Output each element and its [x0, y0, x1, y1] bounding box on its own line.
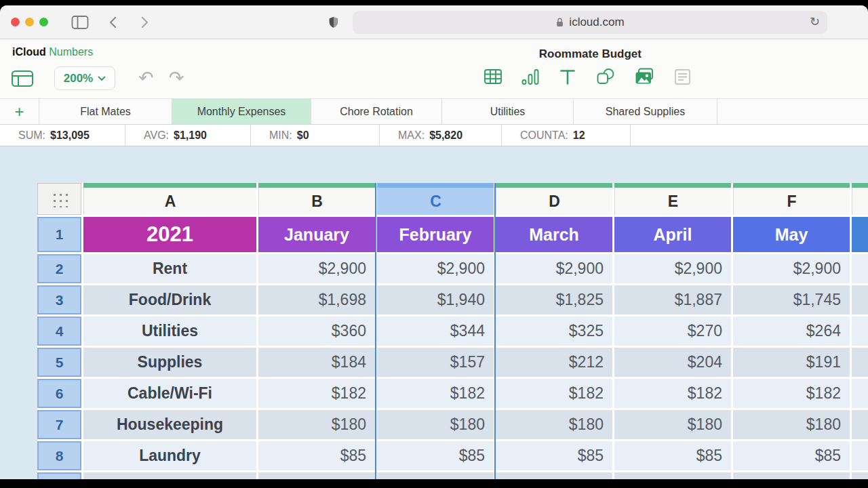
- row-number[interactable]: 8: [37, 441, 81, 470]
- cell[interactable]: $191: [733, 348, 850, 377]
- cell[interactable]: $0: [377, 472, 494, 479]
- close-window-button[interactable]: [11, 18, 20, 26]
- tab-flat-mates[interactable]: Flat Mates: [39, 99, 172, 124]
- sidebar-toggle-icon[interactable]: [71, 15, 89, 30]
- cell[interactable]: $180: [496, 410, 612, 439]
- view-icon[interactable]: [11, 68, 34, 89]
- row-number[interactable]: 9: [37, 472, 81, 479]
- cell[interactable]: March: [496, 217, 612, 252]
- cell[interactable]: $1,940: [377, 285, 494, 314]
- cell[interactable]: $85: [258, 441, 375, 470]
- cell[interactable]: $85: [733, 441, 850, 470]
- minimize-window-button[interactable]: [25, 18, 34, 26]
- privacy-shield-icon[interactable]: [327, 14, 340, 30]
- cell[interactable]: $2,900: [496, 254, 612, 283]
- cell[interactable]: [852, 441, 868, 470]
- cell[interactable]: $85: [377, 441, 494, 470]
- cell[interactable]: [852, 317, 868, 346]
- cell[interactable]: [852, 285, 868, 314]
- redo-button[interactable]: ↷: [169, 69, 184, 87]
- cell[interactable]: $2,900: [377, 254, 494, 283]
- cell[interactable]: February: [377, 217, 494, 252]
- cell[interactable]: $0: [258, 472, 375, 479]
- insert-media-icon[interactable]: [633, 66, 655, 87]
- cell[interactable]: $1,745: [733, 285, 850, 314]
- cell[interactable]: $180: [614, 410, 731, 439]
- cell[interactable]: [852, 379, 868, 408]
- cell[interactable]: May: [733, 217, 850, 252]
- row-number[interactable]: 3: [37, 285, 81, 314]
- cell[interactable]: $1,698: [258, 285, 375, 314]
- row-number[interactable]: 6: [37, 379, 81, 408]
- cell[interactable]: $182: [377, 379, 494, 408]
- cell[interactable]: $40: [496, 472, 612, 479]
- cell[interactable]: [852, 410, 868, 439]
- cell[interactable]: 2021: [83, 217, 256, 252]
- cell[interactable]: Utilities: [83, 317, 256, 346]
- cell[interactable]: Housekeeping: [83, 410, 256, 439]
- cell[interactable]: $344: [377, 317, 494, 346]
- cell[interactable]: $85: [496, 441, 612, 470]
- cell[interactable]: $180: [377, 410, 494, 439]
- row-number[interactable]: 7: [37, 410, 81, 439]
- row-number[interactable]: 5: [37, 348, 81, 377]
- cell[interactable]: [852, 348, 868, 377]
- cell[interactable]: Laundry: [83, 441, 256, 470]
- cell[interactable]: $212: [496, 348, 612, 377]
- cell[interactable]: $182: [733, 379, 850, 408]
- row-number[interactable]: 4: [37, 317, 81, 346]
- column-header-F[interactable]: F: [733, 183, 850, 215]
- cell[interactable]: $182: [496, 379, 612, 408]
- cell[interactable]: $85: [614, 441, 731, 470]
- sheet-canvas[interactable]: ABCDEF12021JanuaryFebruaryMarchAprilMay2…: [0, 146, 868, 479]
- zoom-select[interactable]: 200%: [54, 66, 115, 90]
- cell[interactable]: $2,900: [614, 254, 731, 283]
- tab-shared-supplies[interactable]: Shared Supplies: [574, 99, 717, 124]
- cell[interactable]: $2,900: [733, 254, 850, 283]
- column-header-C[interactable]: C: [377, 183, 494, 215]
- cell[interactable]: $180: [258, 410, 375, 439]
- comment-icon[interactable]: [672, 66, 692, 87]
- cell[interactable]: $2,900: [258, 254, 375, 283]
- back-button[interactable]: [106, 15, 120, 30]
- cell[interactable]: April: [614, 217, 731, 252]
- tab-chore-rotation[interactable]: Chore Rotation: [311, 99, 442, 124]
- row-number[interactable]: 2: [37, 254, 81, 283]
- insert-chart-icon[interactable]: [520, 66, 540, 87]
- cell[interactable]: $157: [377, 348, 494, 377]
- column-header-partial[interactable]: [852, 183, 868, 215]
- cell[interactable]: Supplies: [83, 348, 256, 377]
- cell[interactable]: Lawn Care: [83, 472, 256, 479]
- cell[interactable]: $180: [733, 410, 850, 439]
- cell[interactable]: [852, 472, 868, 479]
- table-handle[interactable]: [37, 183, 81, 215]
- cell[interactable]: $360: [258, 317, 375, 346]
- column-header-B[interactable]: B: [258, 183, 375, 215]
- column-header-A[interactable]: A: [83, 183, 256, 215]
- cell[interactable]: Food/Drink: [83, 285, 256, 314]
- insert-text-icon[interactable]: [557, 66, 578, 87]
- column-header-D[interactable]: D: [496, 183, 612, 215]
- cell[interactable]: $182: [614, 379, 731, 408]
- cell[interactable]: $182: [258, 379, 375, 408]
- cell[interactable]: $184: [258, 348, 375, 377]
- address-bar[interactable]: icloud.com ↻: [353, 11, 827, 34]
- cell[interactable]: Rent: [83, 254, 256, 283]
- cell[interactable]: $80: [733, 472, 850, 479]
- cell[interactable]: $80: [614, 472, 731, 479]
- insert-table-icon[interactable]: [483, 66, 503, 87]
- cell[interactable]: $1,825: [496, 285, 612, 314]
- cell[interactable]: [852, 217, 868, 252]
- row-number[interactable]: 1: [37, 217, 81, 252]
- cell[interactable]: $270: [614, 317, 731, 346]
- zoom-window-button[interactable]: [39, 18, 48, 26]
- tab-monthly-expenses[interactable]: Monthly Expenses: [172, 99, 311, 124]
- cell[interactable]: $325: [496, 317, 612, 346]
- undo-button[interactable]: ↶: [138, 69, 154, 87]
- forward-button[interactable]: [138, 15, 151, 30]
- cell[interactable]: Cable/Wi-Fi: [83, 379, 256, 408]
- cell[interactable]: $1,887: [614, 285, 731, 314]
- reload-button[interactable]: ↻: [810, 14, 820, 29]
- cell[interactable]: $264: [733, 317, 850, 346]
- cell[interactable]: [852, 254, 868, 283]
